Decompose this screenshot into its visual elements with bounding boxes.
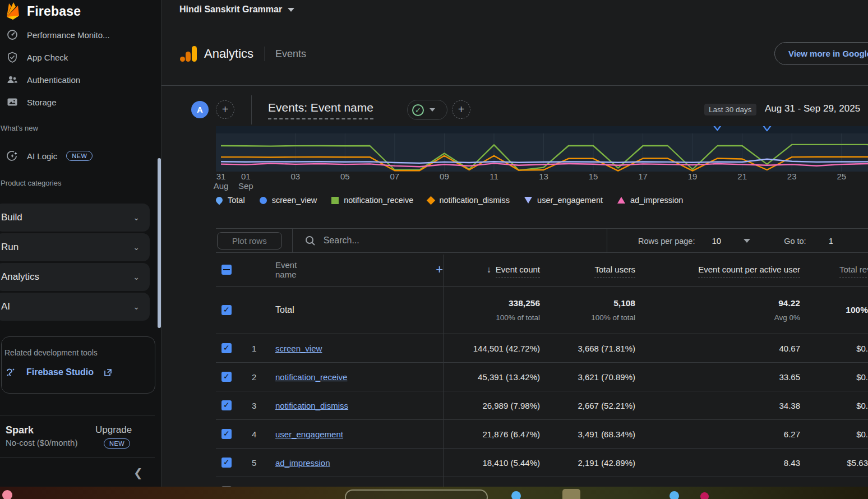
event-name-link[interactable]: notification_dismiss bbox=[275, 401, 348, 410]
event-name-link[interactable]: user_engagement bbox=[275, 429, 343, 439]
total-users-cell: 3,668 (71.81%) bbox=[540, 344, 635, 353]
x-tick-label: 01 bbox=[241, 172, 251, 181]
table-controls: Plot rows Rows per page: 10 Go to: 1 bbox=[216, 229, 868, 253]
plan-detail: No-cost ($0/month) bbox=[6, 438, 77, 447]
plot-rows-button[interactable]: Plot rows bbox=[217, 232, 282, 250]
avatar[interactable]: A bbox=[191, 101, 209, 118]
sidebar-category-run[interactable]: Run ⌄ bbox=[0, 233, 150, 261]
legend-item-user_engagement[interactable]: user_engagement bbox=[524, 196, 603, 205]
legend-item-Total[interactable]: Total bbox=[216, 196, 245, 205]
external-link-icon bbox=[104, 368, 112, 377]
filter-status-chip[interactable]: ✓ bbox=[407, 100, 447, 120]
chevron-down-icon bbox=[288, 8, 294, 12]
row-checkbox[interactable] bbox=[221, 305, 232, 315]
drop-icon bbox=[215, 196, 224, 205]
event-count-cell: 144,501 (42.72%) bbox=[443, 344, 540, 353]
total-users-cell: 3,621 (70.89%) bbox=[540, 372, 635, 382]
sidebar-category-ai[interactable]: AI ⌄ bbox=[0, 293, 150, 321]
legend-item-screen_view[interactable]: screen_view bbox=[260, 196, 317, 205]
square-icon bbox=[331, 197, 339, 204]
select-all-checkbox[interactable] bbox=[221, 265, 232, 275]
sidebar-item-storage[interactable]: Storage bbox=[0, 92, 153, 112]
search-box bbox=[305, 235, 492, 246]
x-tick-label: 15 bbox=[589, 172, 598, 181]
sidebar-item-app-check[interactable]: App Check bbox=[0, 47, 153, 67]
event-count-cell: 18,410 (5.44%) bbox=[443, 458, 540, 468]
revenue-cell: $0. bbox=[800, 429, 868, 439]
total-per-user: 94.22 bbox=[635, 298, 800, 308]
sidebar-scrollbar[interactable] bbox=[158, 158, 161, 328]
search-input[interactable] bbox=[324, 235, 492, 246]
add-column-icon[interactable]: + bbox=[436, 262, 443, 277]
chevron-down-icon[interactable] bbox=[744, 239, 750, 243]
legend-item-notification_receive[interactable]: notification_receive bbox=[331, 196, 413, 205]
event-name-link[interactable]: screen_view bbox=[275, 344, 322, 353]
row-checkbox[interactable] bbox=[221, 372, 232, 382]
upgrade-link[interactable]: Upgrade bbox=[95, 424, 132, 436]
project-selector[interactable]: Hindi Sanskrit Grammar bbox=[179, 4, 294, 15]
overlay-pink-dot bbox=[2, 490, 12, 499]
firebase-brand[interactable]: Firebase bbox=[4, 1, 81, 21]
overlay-blue-dot bbox=[670, 491, 679, 499]
overlay-square bbox=[562, 489, 580, 499]
divider bbox=[0, 415, 155, 415]
dimension-filter[interactable]: Events: Event name bbox=[268, 101, 373, 119]
row-checkbox[interactable] bbox=[221, 429, 232, 439]
sidebar-item-label: Performance Monito... bbox=[27, 30, 110, 40]
analytics-title: Analytics bbox=[204, 47, 253, 61]
firebase-studio-icon bbox=[5, 367, 16, 378]
event-count-cell: 21,876 (6.47%) bbox=[443, 429, 540, 439]
divider bbox=[0, 457, 155, 458]
triangle-down-icon bbox=[524, 197, 532, 204]
sidebar-item-performance[interactable]: Performance Monito... bbox=[0, 25, 153, 45]
column-header-event-name[interactable]: Event name bbox=[275, 260, 315, 279]
product-categories-label: Product categories bbox=[1, 179, 61, 187]
sidebar-item-ai-logic[interactable]: AI Logic NEW bbox=[0, 146, 153, 166]
speedometer-icon bbox=[7, 29, 18, 40]
row-checkbox[interactable] bbox=[221, 458, 232, 468]
event-count-cell: 45,391 (13.42%) bbox=[443, 372, 540, 382]
upgrade-new-badge: NEW bbox=[104, 438, 130, 449]
column-header-event-count[interactable]: Event count bbox=[496, 265, 540, 278]
table-row: 5ad_impression 18,410 (5.44%) 2,191 (42.… bbox=[216, 449, 868, 477]
x-tick-label: 31 bbox=[216, 172, 226, 181]
legend-item-notification_dismiss[interactable]: notification_dismiss bbox=[428, 196, 510, 205]
total-users: 5,108 bbox=[540, 298, 635, 308]
sidebar-item-label: Authentication bbox=[27, 75, 80, 85]
firebase-studio-link[interactable]: Firebase Studio bbox=[5, 367, 112, 378]
new-badge: NEW bbox=[66, 151, 93, 161]
table-row: 1screen_view 144,501 (42.72%) 3,668 (71.… bbox=[216, 334, 868, 363]
per-user-cell: 34.38 bbox=[635, 401, 800, 410]
x-tick-label: 13 bbox=[539, 172, 548, 181]
add-filter-button[interactable]: + bbox=[452, 100, 470, 119]
add-comparison-button[interactable]: + bbox=[216, 100, 234, 119]
date-range-selector[interactable]: Aug 31 - Sep 29, 2025 bbox=[765, 103, 860, 114]
pagination-controls: Rows per page: 10 Go to: 1 bbox=[638, 229, 868, 253]
sidebar-item-label: Storage bbox=[27, 98, 57, 107]
revenue-cell: $0. bbox=[800, 372, 868, 382]
sidebar-category-build[interactable]: Build ⌄ bbox=[0, 204, 150, 232]
row-checkbox[interactable] bbox=[221, 400, 232, 410]
collapse-sidebar-icon[interactable]: ❮ bbox=[133, 466, 143, 479]
view-more-button[interactable]: View more in Google Analytics bbox=[774, 42, 868, 65]
go-to-page-input[interactable]: 1 bbox=[829, 236, 868, 246]
sidebar-item-label: AI Logic bbox=[27, 151, 57, 161]
x-tick-label: 05 bbox=[340, 172, 350, 181]
table-total-row: Total 338,256100% of total 5,108100% of … bbox=[216, 287, 868, 334]
event-name-link[interactable]: ad_impression bbox=[275, 458, 330, 468]
shield-check-icon bbox=[7, 52, 18, 63]
go-to-label: Go to: bbox=[784, 237, 806, 246]
x-tick-label: 17 bbox=[638, 172, 648, 181]
row-checkbox[interactable] bbox=[221, 343, 232, 353]
sidebar-item-authentication[interactable]: Authentication bbox=[0, 70, 153, 90]
rows-per-page-value[interactable]: 10 bbox=[712, 236, 721, 246]
sidebar-category-analytics[interactable]: Analytics ⌄ bbox=[0, 263, 150, 291]
column-header-total-users[interactable]: Total users bbox=[594, 265, 635, 278]
column-header-per-active-user[interactable]: Event count per active user bbox=[698, 265, 800, 278]
google-analytics-icon bbox=[179, 44, 198, 64]
event-name-link[interactable]: notification_receive bbox=[275, 372, 347, 382]
total-per-user-sub: Avg 0% bbox=[635, 313, 800, 322]
category-label: Analytics bbox=[1, 271, 39, 283]
column-header-total-revenue[interactable]: Total revenue bbox=[839, 265, 868, 278]
legend-item-ad_impression[interactable]: ad_impression bbox=[617, 196, 683, 205]
